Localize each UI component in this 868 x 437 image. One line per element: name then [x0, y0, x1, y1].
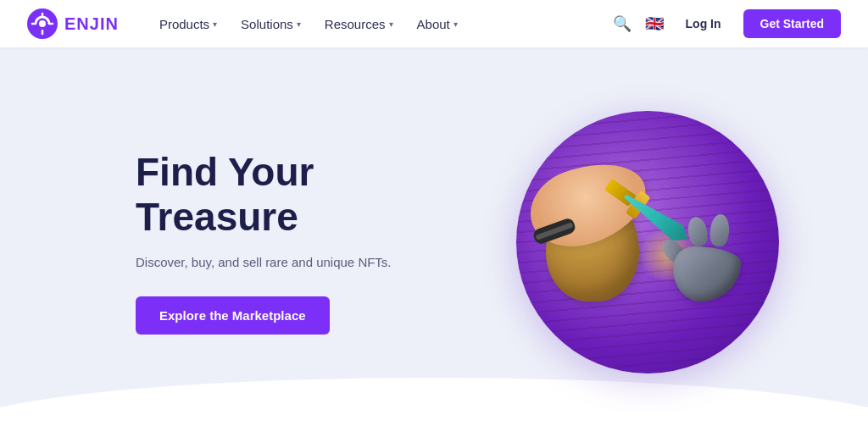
armor-glove: [665, 230, 766, 314]
nav-about[interactable]: About ▾: [407, 12, 468, 36]
chevron-down-icon: ▾: [389, 19, 393, 29]
hero-illustration: [495, 98, 800, 386]
chevron-down-icon: ▾: [213, 19, 217, 29]
armor-finger-2: [709, 213, 730, 247]
nav-products[interactable]: Products ▾: [149, 12, 227, 36]
brand-name: ENJIN: [64, 14, 119, 34]
nav-actions: 🔍 🇬🇧 Log In Get Started: [613, 9, 841, 38]
explore-marketplace-button[interactable]: Explore the Marketplace: [136, 296, 330, 335]
svg-point-1: [39, 20, 46, 27]
nft-illustration: [495, 98, 800, 386]
nav-solutions[interactable]: Solutions ▾: [231, 12, 311, 36]
nav-resources-label: Resources: [325, 17, 386, 31]
logo-icon: [27, 8, 58, 39]
chevron-down-icon: ▾: [297, 19, 301, 29]
logo[interactable]: ENJIN: [27, 8, 119, 39]
login-button[interactable]: Log In: [677, 12, 730, 36]
nav-links: Products ▾ Solutions ▾ Resources ▾ About…: [149, 12, 613, 36]
armor-palm: [673, 246, 741, 301]
hero-section: Find Your Treasure Discover, buy, and se…: [0, 47, 868, 437]
nav-solutions-label: Solutions: [241, 17, 293, 31]
hero-title: Find Your Treasure: [136, 150, 392, 240]
get-started-button[interactable]: Get Started: [743, 9, 841, 38]
nav-products-label: Products: [159, 17, 209, 31]
search-icon[interactable]: 🔍: [613, 14, 632, 33]
nav-about-label: About: [417, 17, 450, 31]
nav-resources[interactable]: Resources ▾: [314, 12, 403, 36]
hero-subtitle: Discover, buy, and sell rare and unique …: [136, 255, 392, 269]
hero-content: Find Your Treasure Discover, buy, and se…: [0, 150, 392, 335]
chevron-down-icon: ▾: [453, 19, 458, 29]
armor-finger-1: [686, 215, 709, 247]
language-flag[interactable]: 🇬🇧: [645, 14, 664, 33]
navbar: ENJIN Products ▾ Solutions ▾ Resources ▾…: [0, 0, 868, 47]
